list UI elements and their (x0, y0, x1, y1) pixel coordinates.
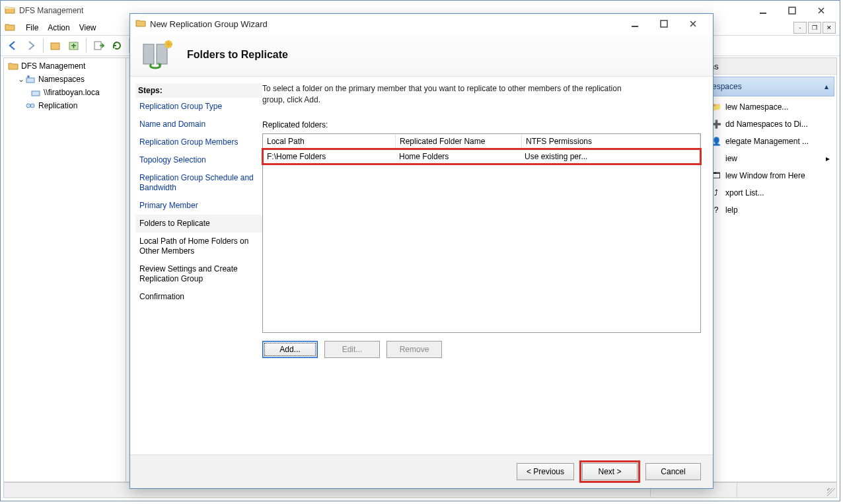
tree-root[interactable]: DFS Management (4, 59, 126, 73)
action-new-window[interactable]: 🗔 lew Window from Here (704, 167, 836, 184)
caret-down-icon[interactable]: ⌄ (17, 75, 25, 84)
tree-replication[interactable]: Replication (4, 99, 126, 112)
action-export-list[interactable]: ⤴ xport List... (704, 184, 836, 201)
dfs-app-icon-small (5, 22, 15, 34)
svg-rect-2 (51, 43, 59, 50)
namespace-icon (25, 74, 36, 85)
menu-action[interactable]: Action (48, 23, 69, 32)
chevron-right-icon: ▸ (826, 154, 830, 163)
steps-label: Steps: (135, 83, 262, 98)
col-local-path[interactable]: Local Path (263, 134, 396, 149)
step-folders-to-replicate[interactable]: Folders to Replicate (135, 215, 262, 233)
add-button[interactable]: Add... (262, 341, 318, 358)
add-namespace-icon[interactable] (66, 38, 82, 54)
list-label: Replicated folders: (262, 120, 701, 129)
svg-rect-15 (157, 44, 167, 64)
svg-rect-12 (632, 26, 638, 27)
next-button[interactable]: Next > (582, 463, 638, 480)
list-header[interactable]: Local Path Replicated Folder Name NTFS P… (263, 134, 700, 149)
svg-point-8 (27, 75, 30, 78)
svg-rect-7 (26, 78, 34, 83)
step-review-and-create[interactable]: Review Settings and Create Replication G… (135, 260, 262, 288)
action-add-namespaces[interactable]: ➕ dd Namespaces to Di... (704, 116, 836, 133)
main-window-title: DFS Management (19, 6, 83, 15)
nav-back-icon[interactable] (5, 38, 20, 54)
refresh-icon[interactable] (109, 38, 125, 54)
tree-pane[interactable]: DFS Management ⌄ Namespaces \\firatboyan… (3, 57, 126, 482)
step-primary-member[interactable]: Primary Member (135, 197, 262, 215)
cell-folder-name: Home Folders (395, 149, 521, 164)
svg-point-11 (30, 104, 34, 108)
step-topology-selection[interactable]: Topology Selection (135, 151, 262, 169)
step-replication-group-members[interactable]: Replication Group Members (135, 133, 262, 151)
action-help[interactable]: ? lelp (704, 201, 836, 219)
tree-namespace-item[interactable]: \\firatboyan.loca (4, 86, 126, 99)
list-row[interactable]: F:\Home Folders Home Folders Use existin… (263, 149, 700, 164)
folder-icon (8, 61, 18, 71)
wizard-header: Folders to Replicate (130, 34, 713, 77)
wizard-header-icon (139, 39, 175, 71)
main-minimize-button[interactable] (749, 1, 778, 20)
tree-replication-label: Replication (38, 101, 77, 110)
wizard-title: New Replication Group Wizard (150, 19, 268, 29)
step-replication-group-type[interactable]: Replication Group Type (135, 98, 262, 116)
svg-rect-9 (32, 91, 40, 96)
action-item-label: xport List... (725, 188, 830, 198)
previous-button[interactable]: < Previous (517, 463, 574, 480)
cell-ntfs: Use existing per... (521, 149, 700, 164)
step-confirmation[interactable]: Confirmation (135, 288, 262, 306)
action-view[interactable]: iew ▸ (704, 150, 836, 167)
wizard-titlebar[interactable]: New Replication Group Wizard (130, 14, 713, 34)
col-ntfs-permissions[interactable]: NTFS Permissions (522, 134, 700, 149)
mdi-close-button[interactable]: ✕ (823, 22, 836, 34)
wizard-close-button[interactable] (678, 15, 708, 33)
mdi-minimize-button[interactable]: ‐ (793, 22, 807, 34)
wizard-body: Steps: Replication Group Type Name and D… (130, 77, 713, 454)
mdi-controls: ‐ ❐ ✕ (793, 22, 836, 34)
new-namespace-icon[interactable] (48, 38, 63, 54)
actions-pane: ns espaces ▴ 📁 lew Namespace... ➕ dd Nam… (704, 57, 837, 482)
svg-rect-0 (760, 13, 766, 14)
actions-section-head[interactable]: espaces ▴ (706, 77, 834, 96)
wizard-maximize-button[interactable] (649, 15, 678, 33)
wizard-footer: < Previous Next > Cancel (130, 454, 713, 488)
tree-namespaces[interactable]: ⌄ Namespaces (4, 73, 126, 86)
svg-rect-13 (661, 20, 667, 27)
wizard-instruction: To select a folder on the primary member… (262, 83, 632, 106)
collapse-up-icon[interactable]: ▴ (825, 82, 828, 91)
replicated-folders-list[interactable]: Local Path Replicated Folder Name NTFS P… (262, 133, 701, 333)
cancel-button[interactable]: Cancel (645, 463, 701, 480)
action-item-label: lew Window from Here (725, 171, 830, 180)
wizard-dialog: New Replication Group Wizard Folders to … (129, 13, 714, 489)
cell-local-path: F:\Home Folders (263, 149, 395, 164)
wizard-minimize-button[interactable] (620, 15, 649, 33)
remove-button: Remove (386, 341, 442, 358)
step-name-and-domain[interactable]: Name and Domain (135, 116, 262, 133)
step-local-path-other-members[interactable]: Local Path of Home Folders on Other Memb… (135, 233, 262, 260)
action-new-namespace[interactable]: 📁 lew Namespace... (704, 98, 836, 116)
status-cell (737, 483, 823, 497)
svg-point-10 (26, 104, 30, 108)
caret-placeholder (17, 101, 25, 110)
toolbar-separator (86, 38, 87, 53)
step-schedule-and-bandwidth[interactable]: Replication Group Schedule and Bandwidth (135, 169, 262, 197)
wizard-heading: Folders to Replicate (187, 49, 288, 61)
actions-title: ns (704, 58, 836, 75)
mdi-restore-button[interactable]: ❐ (808, 22, 821, 34)
nav-forward-icon[interactable] (23, 38, 39, 54)
menu-view[interactable]: View (79, 23, 96, 32)
edit-button: Edit... (324, 341, 380, 358)
export-icon[interactable] (91, 38, 106, 54)
dfs-app-icon (5, 5, 15, 17)
action-item-label: lew Namespace... (725, 102, 830, 112)
col-replicated-folder-name[interactable]: Replicated Folder Name (396, 134, 522, 149)
actions-section-label: espaces (712, 82, 742, 91)
replication-icon (25, 100, 36, 111)
main-close-button[interactable] (807, 1, 836, 20)
namespace-child-icon (30, 87, 41, 98)
wizard-app-icon (135, 18, 146, 30)
menu-file[interactable]: File (26, 23, 38, 32)
main-maximize-button[interactable] (778, 1, 807, 20)
action-item-label: iew (725, 154, 822, 163)
action-delegate-management[interactable]: 👤 elegate Management ... (704, 133, 836, 150)
